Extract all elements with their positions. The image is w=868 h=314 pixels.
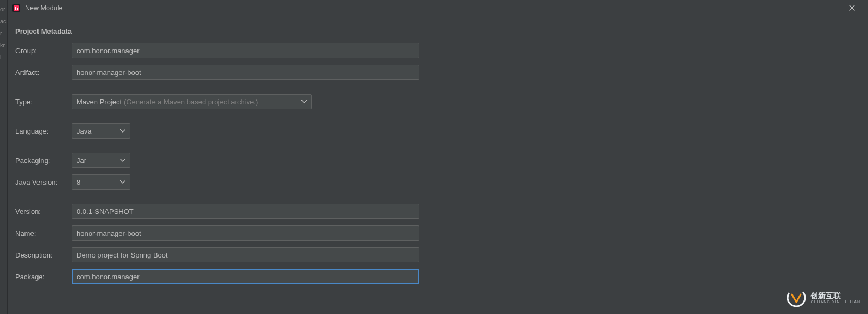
label-name: Name: xyxy=(15,229,72,237)
svg-rect-2 xyxy=(15,7,16,10)
label-description: Description: xyxy=(15,251,72,259)
gutter-fragment: r- xyxy=(0,27,7,39)
gutter-fragment: kr xyxy=(0,39,7,51)
package-input[interactable] xyxy=(72,269,419,284)
dialog-content: Project Metadata Group: Artifact: Type: … xyxy=(8,16,868,298)
chevron-down-icon xyxy=(120,129,125,133)
row-package: Package: xyxy=(15,269,860,284)
packaging-select[interactable]: Jar xyxy=(72,153,130,168)
group-input[interactable] xyxy=(72,43,419,58)
background-editor-gutter: or ac r- kr l xyxy=(0,0,8,314)
type-hint: (Generate a Maven based project archive.… xyxy=(124,98,258,106)
logo-sub-text: CHUANG XIN HU LIAN xyxy=(810,300,860,304)
svg-point-6 xyxy=(785,287,807,309)
watermark-logo: 创新互联 CHUANG XIN HU LIAN xyxy=(785,287,860,309)
label-package: Package: xyxy=(15,273,72,281)
row-description: Description: xyxy=(15,247,860,262)
logo-ring-icon xyxy=(785,287,807,309)
gutter-fragment: ac xyxy=(0,15,7,27)
row-java-version: Java Version: 8 xyxy=(15,174,860,190)
row-artifact: Artifact: xyxy=(15,65,860,80)
row-group: Group: xyxy=(15,43,860,58)
gutter-fragment: or xyxy=(0,3,7,15)
row-language: Language: Java xyxy=(15,123,860,139)
type-select[interactable]: Maven Project (Generate a Maven based pr… xyxy=(72,94,312,109)
language-value: Java xyxy=(77,127,91,135)
svg-rect-3 xyxy=(17,8,18,10)
label-packaging: Packaging: xyxy=(15,156,72,165)
row-version: Version: xyxy=(15,204,860,219)
version-input[interactable] xyxy=(72,204,419,219)
packaging-value: Jar xyxy=(77,156,86,165)
row-name: Name: xyxy=(15,225,860,241)
type-value: Maven Project xyxy=(77,98,122,106)
chevron-down-icon xyxy=(120,159,125,162)
java-version-value: 8 xyxy=(77,178,80,186)
java-version-select[interactable]: 8 xyxy=(72,174,130,190)
label-version: Version: xyxy=(15,208,72,216)
new-module-dialog: New Module Project Metadata Group: Artif… xyxy=(8,0,868,314)
close-button[interactable] xyxy=(840,1,864,16)
language-select[interactable]: Java xyxy=(72,123,130,139)
label-language: Language: xyxy=(15,127,72,135)
chevron-down-icon xyxy=(301,100,307,103)
description-input[interactable] xyxy=(72,247,419,262)
close-icon xyxy=(849,5,855,11)
dialog-titlebar: New Module xyxy=(8,0,868,16)
chevron-down-icon xyxy=(120,180,125,184)
label-java-version: Java Version: xyxy=(15,178,72,186)
name-input[interactable] xyxy=(72,225,419,241)
artifact-input[interactable] xyxy=(72,65,419,80)
label-type: Type: xyxy=(15,98,72,106)
app-icon xyxy=(12,4,21,12)
logo-main-text: 创新互联 xyxy=(810,292,860,300)
label-artifact: Artifact: xyxy=(15,68,72,77)
row-type: Type: Maven Project (Generate a Maven ba… xyxy=(15,94,860,109)
section-title: Project Metadata xyxy=(15,27,860,35)
label-group: Group: xyxy=(15,47,72,55)
gutter-fragment: l xyxy=(0,51,7,63)
dialog-title: New Module xyxy=(25,4,62,12)
row-packaging: Packaging: Jar xyxy=(15,153,860,168)
